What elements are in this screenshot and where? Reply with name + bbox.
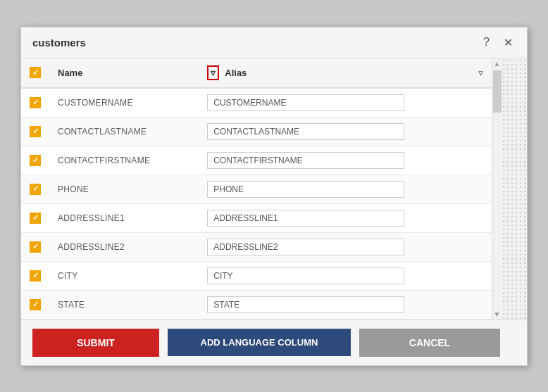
td-alias (199, 290, 492, 319)
th-name: Name (49, 58, 199, 88)
scrollbar-thumb[interactable] (493, 70, 502, 113)
submit-button[interactable]: SUBMIT (32, 329, 159, 357)
table-row: ADDRESSLINE2 (21, 232, 492, 261)
td-name: ADDRESSLINE2 (49, 232, 199, 261)
row-checkbox[interactable] (30, 97, 41, 108)
td-name: CUSTOMERNAME (49, 88, 199, 118)
scroll-down-arrow[interactable]: ▼ (492, 309, 502, 320)
header-checkbox[interactable] (30, 67, 41, 78)
header-icons: ? ✕ (480, 34, 516, 51)
row-checkbox[interactable] (30, 299, 41, 310)
td-name: CONTACTLASTNAME (49, 117, 199, 146)
add-language-button[interactable]: ADD LANGUAGE COLUMN (168, 329, 351, 356)
table-row: STATE (21, 290, 492, 319)
close-button[interactable]: ✕ (501, 34, 516, 51)
table-wrapper: Name ▿ Alias ▿ (21, 58, 502, 320)
td-alias (199, 261, 492, 290)
th-name-label: Name (58, 68, 82, 78)
alias-input[interactable] (207, 152, 404, 169)
dotted-background (502, 58, 527, 320)
alias-input[interactable] (207, 239, 404, 255)
row-checkbox[interactable] (30, 213, 41, 224)
row-checkbox[interactable] (30, 155, 41, 166)
td-name: CONTACTFIRSTNAME (49, 146, 199, 175)
alias-input[interactable] (207, 267, 404, 284)
row-checkbox[interactable] (30, 241, 41, 253)
td-alias (199, 232, 492, 261)
td-checkbox (21, 146, 49, 175)
td-checkbox (21, 88, 49, 118)
td-checkbox (21, 117, 49, 146)
table-row: CONTACTFIRSTNAME (21, 146, 492, 175)
scroll-up-arrow[interactable]: ▲ (492, 58, 502, 69)
td-alias (199, 146, 492, 175)
alias-input[interactable] (207, 296, 404, 313)
column-table: Name ▿ Alias ▿ (21, 58, 492, 320)
alias-input[interactable] (207, 181, 404, 198)
td-alias (199, 88, 492, 118)
table-area: Name ▿ Alias ▿ (21, 58, 502, 320)
alias-input[interactable] (207, 210, 404, 227)
dialog: customers ? ✕ Name (20, 27, 528, 366)
row-checkbox[interactable] (30, 270, 41, 282)
td-alias (199, 175, 492, 203)
dialog-title: customers (32, 37, 86, 49)
table-row: CITY (21, 261, 492, 290)
table-scroll: Name ▿ Alias ▿ (21, 58, 492, 320)
td-checkbox (21, 232, 49, 261)
alias-input[interactable] (207, 94, 404, 111)
td-name: CITY (49, 261, 199, 290)
td-checkbox (21, 261, 49, 290)
th-alias: ▿ Alias ▿ (199, 58, 492, 88)
help-button[interactable]: ? (480, 34, 492, 50)
alias-input[interactable] (207, 123, 404, 140)
td-name: PHONE (49, 175, 199, 203)
table-row: ADDRESSLINE1 (21, 203, 492, 232)
filter-icon-right[interactable]: ▿ (478, 68, 483, 78)
dialog-footer: SUBMIT ADD LANGUAGE COLUMN CANCEL (21, 320, 527, 365)
table-row: CONTACTLASTNAME (21, 117, 492, 146)
th-checkbox (21, 58, 49, 88)
th-alias-label: Alias (225, 68, 247, 78)
td-checkbox (21, 290, 49, 319)
table-header-row: Name ▿ Alias ▿ (21, 58, 492, 88)
cancel-button[interactable]: CANCEL (359, 329, 500, 357)
td-checkbox (21, 175, 49, 203)
table-row: CUSTOMERNAME (21, 88, 492, 118)
row-checkbox[interactable] (30, 126, 41, 137)
td-alias (199, 117, 492, 146)
td-name: ADDRESSLINE1 (49, 203, 199, 232)
filter-icon-alias[interactable]: ▿ (207, 65, 219, 80)
td-name: STATE (49, 290, 199, 319)
table-row: PHONE (21, 175, 492, 203)
scrollbar-track: ▲ ▼ (492, 58, 502, 320)
dialog-body: Name ▿ Alias ▿ (21, 58, 527, 320)
row-checkbox[interactable] (30, 184, 41, 195)
td-checkbox (21, 203, 49, 232)
table-body: CUSTOMERNAMECONTACTLASTNAMECONTACTFIRSTN… (21, 88, 492, 320)
dialog-header: customers ? ✕ (21, 27, 527, 58)
td-alias (199, 203, 492, 232)
